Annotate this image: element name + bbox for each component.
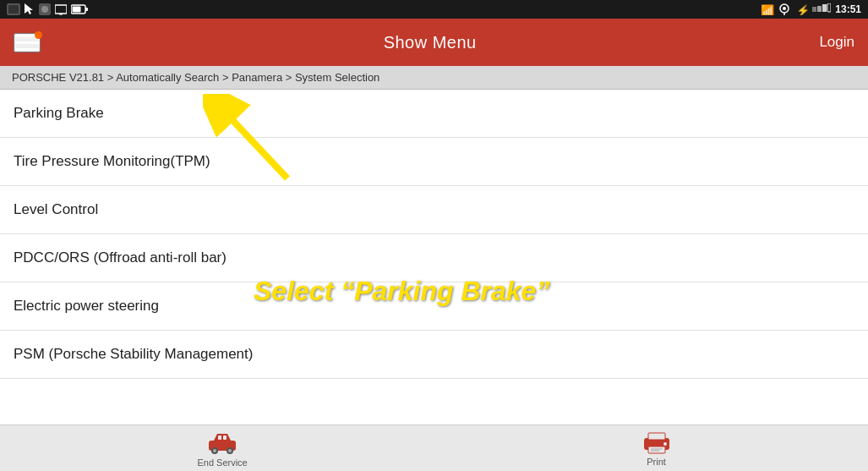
print-button[interactable]: Print	[642, 430, 671, 467]
breadcrumb: PORSCHE V21.81 > Automatically Search > …	[0, 66, 868, 90]
signal-battery-icon	[812, 3, 831, 15]
svg-rect-6	[59, 14, 63, 15]
status-right: 📶 ⚡ 13:51	[761, 3, 861, 15]
menu-item-parking-brake[interactable]: Parking Brake	[0, 90, 868, 138]
svg-rect-17	[822, 4, 827, 12]
wifi-icon: 📶	[761, 3, 774, 15]
print-icon	[642, 430, 671, 455]
menu-item-label: Parking Brake	[14, 105, 104, 121]
svg-rect-1	[8, 5, 19, 14]
location-icon	[778, 3, 790, 15]
print-label: Print	[647, 457, 666, 467]
menu-item-label: Electric power steering	[14, 298, 159, 314]
svg-marker-2	[25, 3, 33, 14]
bottom-bar: End Service Print	[0, 424, 868, 471]
svg-rect-5	[55, 5, 67, 14]
menu-item-pdcc[interactable]: PDCC/ORS (Offroad anti-roll bar)	[0, 234, 868, 282]
breadcrumb-text: PORSCHE V21.81 > Automatically Search > …	[12, 71, 379, 84]
screenshot-icon	[7, 3, 20, 15]
menu-item-psm[interactable]: PSM (Porsche Stability Management)	[0, 331, 868, 379]
screen-icon	[55, 3, 67, 15]
svg-point-26	[213, 449, 216, 452]
menu-item-label: PSM (Porsche Stability Management)	[14, 346, 253, 362]
record-icon	[39, 3, 51, 15]
status-bar: 📶 ⚡ 13:51	[0, 0, 868, 19]
svg-rect-18	[827, 3, 831, 12]
svg-point-12	[783, 7, 786, 10]
svg-point-33	[663, 442, 667, 446]
bluetooth-icon: ⚡	[794, 3, 808, 15]
svg-point-27	[228, 449, 232, 452]
svg-rect-15	[812, 7, 816, 12]
time-display: 13:51	[835, 3, 861, 15]
end-service-label: End Service	[197, 457, 247, 468]
svg-rect-9	[73, 7, 81, 13]
svg-rect-30	[648, 446, 665, 453]
svg-rect-22	[218, 435, 221, 440]
toolbar-title: Show Menu	[384, 33, 477, 52]
menu-button[interactable]	[14, 33, 41, 52]
svg-rect-23	[223, 435, 227, 440]
menu-item-tpm[interactable]: Tire Pressure Monitoring(TPM)	[0, 138, 868, 186]
toolbar: Show Menu Login	[0, 19, 868, 66]
end-service-button[interactable]: End Service	[197, 429, 247, 468]
svg-text:📶: 📶	[761, 3, 774, 15]
menu-item-label: Level Control	[14, 201, 98, 217]
status-icons-left	[7, 3, 88, 15]
login-button[interactable]: Login	[819, 34, 854, 51]
menu-item-eps[interactable]: Electric power steering	[0, 282, 868, 331]
menu-item-level-control[interactable]: Level Control	[0, 186, 868, 234]
cursor-icon	[25, 3, 35, 15]
svg-rect-8	[85, 8, 88, 11]
svg-point-4	[41, 6, 48, 13]
svg-text:⚡: ⚡	[796, 3, 808, 15]
menu-item-label: PDCC/ORS (Offroad anti-roll bar)	[14, 249, 227, 266]
battery-icon	[71, 3, 88, 15]
svg-rect-29	[648, 433, 665, 440]
car-icon	[207, 429, 237, 456]
svg-rect-16	[817, 6, 822, 12]
main-content: Parking Brake Tire Pressure Monitoring(T…	[0, 90, 868, 448]
menu-item-label: Tire Pressure Monitoring(TPM)	[14, 153, 210, 169]
